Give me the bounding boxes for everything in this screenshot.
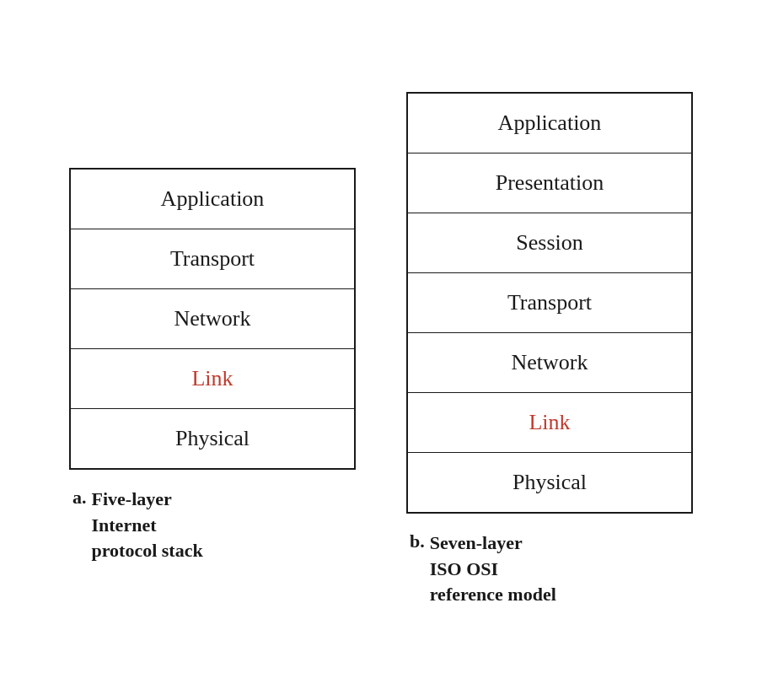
layer-cell: Link	[407, 392, 692, 452]
layer-cell: Application	[70, 169, 355, 229]
right-stack-table: ApplicationPresentationSessionTransportN…	[406, 92, 693, 514]
layer-cell: Session	[407, 213, 692, 272]
left-caption-text: Five-layerInternetprotocol stack	[92, 487, 203, 564]
right-diagram: ApplicationPresentationSessionTransportN…	[406, 92, 693, 608]
layer-cell: Application	[407, 93, 692, 153]
left-stack-table: ApplicationTransportNetworkLinkPhysical	[69, 168, 356, 470]
layer-cell: Transport	[70, 229, 355, 288]
layer-cell: Transport	[407, 272, 692, 332]
left-diagram: ApplicationTransportNetworkLinkPhysical …	[69, 168, 356, 564]
layer-cell: Network	[70, 288, 355, 348]
right-caption: b. Seven-layerISO OSIreference model	[406, 530, 556, 608]
main-container: ApplicationTransportNetworkLinkPhysical …	[0, 67, 762, 633]
layer-cell: Physical	[70, 408, 355, 469]
layer-cell: Physical	[407, 452, 692, 513]
left-caption-letter: a.	[72, 487, 87, 509]
left-caption: a. Five-layerInternetprotocol stack	[69, 487, 203, 564]
right-caption-letter: b.	[410, 530, 425, 552]
right-caption-text: Seven-layerISO OSIreference model	[430, 530, 556, 608]
layer-cell: Link	[70, 348, 355, 408]
layer-cell: Presentation	[407, 153, 692, 213]
layer-cell: Network	[407, 332, 692, 392]
